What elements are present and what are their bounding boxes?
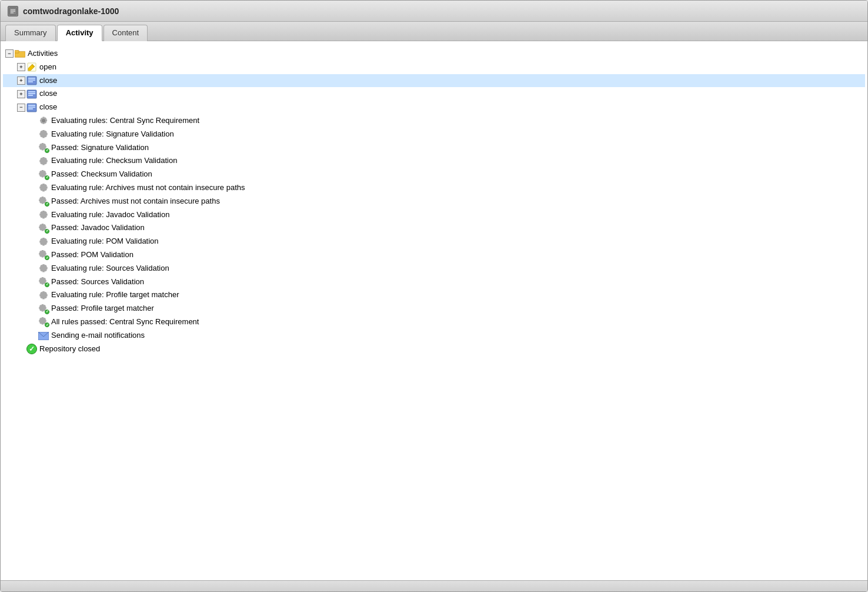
gear-icon [38, 182, 49, 193]
tab-content[interactable]: Content [104, 25, 148, 41]
list-item: Evaluating rules: Central Sync Requireme… [3, 114, 865, 128]
gear-icon [38, 156, 49, 167]
tab-bar: Summary Activity Content [1, 22, 867, 41]
list-item: ✓ Passed: Checksum Validation [3, 168, 865, 181]
close3-label: close [39, 101, 57, 114]
gear-green-icon: ✓ [38, 142, 49, 153]
repo-closed-label: Repository closed [39, 343, 100, 355]
repo-icon [26, 102, 37, 113]
list-item: ✓ Passed: Javadoc Validation [3, 221, 865, 235]
eval-profile-label: Evaluating rule: Profile target matcher [51, 289, 179, 301]
list-item: ✓ Repository closed [3, 342, 865, 356]
placeholder [29, 197, 37, 205]
eval-central-label: Evaluating rules: Central Sync Requireme… [51, 115, 199, 127]
window-title: comtwodragonlake-1000 [23, 6, 119, 16]
main-window: comtwodragonlake-1000 Summary Activity C… [0, 0, 868, 592]
statusbar [1, 580, 867, 591]
pass-check-label: Passed: Checksum Validation [51, 168, 152, 181]
tab-summary[interactable]: Summary [5, 25, 56, 41]
activity-tree: − Activities + [3, 46, 865, 357]
pass-sig-label: Passed: Signature Validation [51, 142, 149, 154]
gear-green-icon: ✓ [38, 223, 49, 234]
list-item: ✓ Passed: POM Validation [3, 248, 865, 262]
pass-pom-label: Passed: POM Validation [51, 249, 133, 261]
placeholder [29, 278, 37, 286]
list-item: ✓ Passed: Profile target matcher [3, 302, 865, 315]
edit-icon [26, 62, 37, 72]
svg-rect-17 [28, 105, 35, 106]
svg-rect-5 [15, 51, 19, 54]
placeholder [29, 318, 37, 326]
placeholder [29, 238, 37, 246]
gear-green-icon: ✓ [38, 304, 49, 314]
list-item: Evaluating rule: Signature Validation [3, 128, 865, 141]
pass-arch-label: Passed: Archives must not contain insecu… [51, 195, 220, 208]
list-item: + close [3, 87, 865, 101]
sending-email-label: Sending e-mail notifications [51, 330, 145, 342]
eval-check-label: Evaluating rule: Checksum Validation [51, 155, 177, 167]
titlebar: comtwodragonlake-1000 [1, 1, 867, 22]
svg-rect-3 [11, 12, 14, 14]
close2-label: close [39, 88, 57, 100]
placeholder [29, 291, 37, 300]
svg-rect-19 [28, 108, 33, 109]
svg-rect-10 [28, 79, 35, 81]
check-green-icon: ✓ [26, 344, 37, 354]
placeholder [29, 211, 37, 219]
gear-icon [38, 290, 49, 301]
list-item: ✓ Passed: Sources Validation [3, 275, 865, 289]
list-item: ✓ All rules passed: Central Sync Require… [3, 315, 865, 329]
gear-icon [38, 209, 49, 220]
placeholder [29, 251, 37, 259]
close3-toggle[interactable]: − [17, 104, 25, 112]
svg-rect-15 [28, 95, 33, 96]
eval-pom-label: Evaluating rule: POM Validation [51, 235, 159, 248]
svg-rect-14 [28, 93, 35, 94]
close1-label: close [39, 75, 57, 87]
gear-icon [38, 129, 49, 139]
gear-green-icon: ✓ [38, 196, 49, 207]
list-item: Evaluating rule: Profile target matcher [3, 288, 865, 302]
svg-rect-2 [11, 11, 15, 12]
gear-green-icon: ✓ [38, 250, 49, 260]
list-item: Sending e-mail notifications [3, 329, 865, 342]
pass-profile-label: Passed: Profile target matcher [51, 302, 154, 315]
gear-green-icon: ✓ [38, 277, 49, 287]
all-rules-label: All rules passed: Central Sync Requireme… [51, 316, 199, 328]
gear-icon [38, 115, 49, 126]
close2-toggle[interactable]: + [17, 90, 25, 98]
tree-root: − Activities [3, 47, 865, 61]
placeholder [29, 264, 37, 272]
root-label: Activities [28, 48, 58, 60]
eval-src-label: Evaluating rule: Sources Validation [51, 262, 169, 275]
open-toggle[interactable]: + [17, 63, 25, 71]
svg-rect-9 [28, 78, 35, 79]
placeholder [17, 345, 25, 353]
list-item: − close [3, 101, 865, 114]
placeholder [29, 331, 37, 340]
placeholder [29, 184, 37, 192]
list-item: Evaluating rule: Checksum Validation [3, 154, 865, 168]
list-item: Evaluating rule: POM Validation [3, 235, 865, 248]
list-item: Evaluating rule: Javadoc Validation [3, 208, 865, 222]
gear-green-icon: ✓ [38, 169, 49, 180]
pass-javadoc-label: Passed: Javadoc Validation [51, 222, 145, 234]
placeholder [29, 157, 37, 165]
close1-toggle[interactable]: + [17, 77, 25, 85]
folder-icon [15, 48, 25, 59]
svg-rect-11 [28, 81, 33, 82]
placeholder [29, 117, 37, 125]
repo-icon [26, 75, 37, 86]
tab-activity[interactable]: Activity [57, 25, 102, 41]
gear-green-icon: ✓ [38, 317, 49, 327]
list-item: + open [3, 61, 865, 74]
placeholder [29, 171, 37, 179]
svg-rect-18 [28, 107, 35, 108]
open-label: open [39, 61, 56, 74]
pass-src-label: Passed: Sources Validation [51, 276, 144, 288]
list-item: Evaluating rule: Archives must not conta… [3, 181, 865, 195]
window-icon [8, 6, 18, 16]
root-toggle[interactable]: − [5, 49, 14, 58]
repo-icon [26, 89, 37, 99]
placeholder [29, 144, 37, 152]
